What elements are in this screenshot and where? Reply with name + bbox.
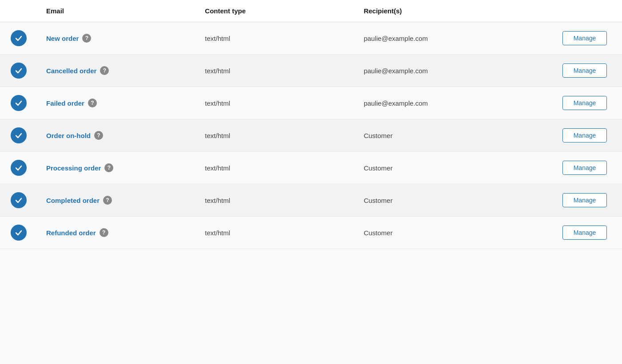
header-col-recipients: Recipient(s) <box>364 7 522 15</box>
email-name-text: Completed order <box>46 197 100 204</box>
email-name-text: Cancelled order <box>46 67 96 75</box>
manage-cell: Manage <box>522 31 611 45</box>
enabled-check-icon <box>11 225 27 241</box>
manage-button-new-order[interactable]: Manage <box>562 31 607 45</box>
table-row: Completed order ? text/html Customer Man… <box>0 184 622 217</box>
email-name-link-failed-order[interactable]: Failed order ? <box>46 99 205 107</box>
check-cell <box>11 127 46 143</box>
manage-cell: Manage <box>522 96 611 110</box>
recipient-cell: paulie@example.com <box>364 67 522 75</box>
manage-cell: Manage <box>522 63 611 78</box>
email-name-link-cancelled-order[interactable]: Cancelled order ? <box>46 66 205 75</box>
table-row: Order on-hold ? text/html Customer Manag… <box>0 119 622 152</box>
header-col-content-type: Content type <box>205 7 363 15</box>
check-cell <box>11 95 46 111</box>
content-type-cell: text/html <box>205 132 363 139</box>
email-name-link-processing-order[interactable]: Processing order ? <box>46 163 205 172</box>
manage-button-order-on-hold[interactable]: Manage <box>562 128 607 142</box>
enabled-check-icon <box>11 192 27 208</box>
manage-button-completed-order[interactable]: Manage <box>562 193 607 207</box>
manage-cell: Manage <box>522 161 611 175</box>
manage-button-refunded-order[interactable]: Manage <box>562 226 607 240</box>
table-row: New order ? text/html paulie@example.com… <box>0 22 622 55</box>
manage-cell: Manage <box>522 226 611 240</box>
content-type-cell: text/html <box>205 164 363 172</box>
table-header: Email Content type Recipient(s) <box>0 0 622 22</box>
enabled-check-icon <box>11 30 27 46</box>
recipient-cell: paulie@example.com <box>364 99 522 107</box>
enabled-check-icon <box>11 63 27 79</box>
help-icon[interactable]: ? <box>100 66 109 75</box>
content-type-cell: text/html <box>205 35 363 42</box>
email-name-link-order-on-hold[interactable]: Order on-hold ? <box>46 131 205 140</box>
check-cell <box>11 160 46 176</box>
content-type-cell: text/html <box>205 229 363 237</box>
help-icon[interactable]: ? <box>88 99 97 107</box>
help-icon[interactable]: ? <box>104 163 113 172</box>
email-name-link-completed-order[interactable]: Completed order ? <box>46 196 205 205</box>
email-name-text: Failed order <box>46 99 84 107</box>
header-col-actions <box>522 7 611 15</box>
check-cell <box>11 225 46 241</box>
email-name-link-refunded-order[interactable]: Refunded order ? <box>46 228 205 237</box>
header-col-email: Email <box>46 7 205 15</box>
email-name-text: New order <box>46 35 79 42</box>
recipient-cell: Customer <box>364 164 522 172</box>
check-cell <box>11 30 46 46</box>
recipient-cell: paulie@example.com <box>364 35 522 42</box>
recipient-cell: Customer <box>364 229 522 237</box>
email-name-link-new-order[interactable]: New order ? <box>46 34 205 43</box>
table-row: Processing order ? text/html Customer Ma… <box>0 152 622 184</box>
manage-cell: Manage <box>522 128 611 142</box>
content-type-cell: text/html <box>205 67 363 75</box>
manage-button-failed-order[interactable]: Manage <box>562 96 607 110</box>
help-icon[interactable]: ? <box>94 131 103 140</box>
email-name-text: Processing order <box>46 164 101 172</box>
table-row: Cancelled order ? text/html paulie@examp… <box>0 55 622 87</box>
help-icon[interactable]: ? <box>103 196 112 205</box>
manage-cell: Manage <box>522 193 611 207</box>
check-cell <box>11 192 46 208</box>
recipient-cell: Customer <box>364 132 522 139</box>
table-row: Failed order ? text/html paulie@example.… <box>0 87 622 119</box>
enabled-check-icon <box>11 127 27 143</box>
enabled-check-icon <box>11 160 27 176</box>
manage-button-cancelled-order[interactable]: Manage <box>562 63 607 78</box>
content-type-cell: text/html <box>205 99 363 107</box>
check-cell <box>11 63 46 79</box>
table-body: New order ? text/html paulie@example.com… <box>0 22 622 249</box>
email-table: Email Content type Recipient(s) New orde… <box>0 0 622 249</box>
email-name-text: Order on-hold <box>46 132 91 139</box>
content-type-cell: text/html <box>205 197 363 204</box>
help-icon[interactable]: ? <box>82 34 91 43</box>
header-col-check <box>11 7 46 15</box>
enabled-check-icon <box>11 95 27 111</box>
table-row: Refunded order ? text/html Customer Mana… <box>0 217 622 249</box>
recipient-cell: Customer <box>364 197 522 204</box>
manage-button-processing-order[interactable]: Manage <box>562 161 607 175</box>
email-name-text: Refunded order <box>46 229 96 237</box>
help-icon[interactable]: ? <box>100 228 108 237</box>
